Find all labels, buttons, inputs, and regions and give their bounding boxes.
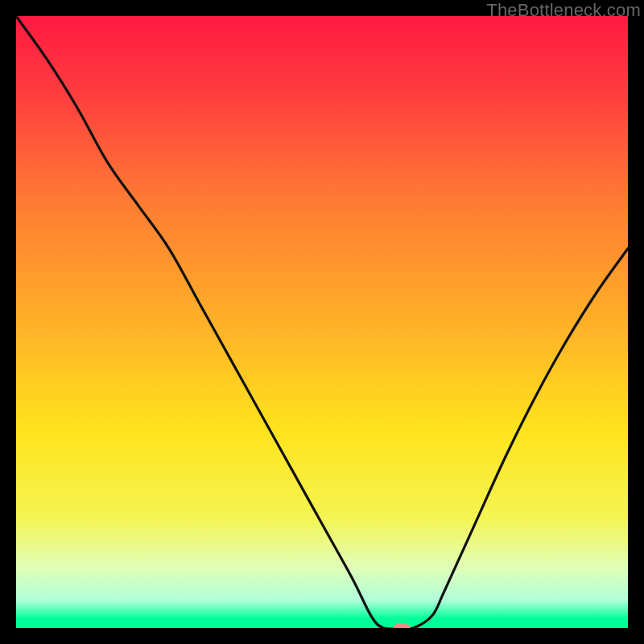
watermark-text: TheBottleneck.com	[486, 0, 641, 21]
plot-area	[16, 16, 628, 628]
svg-rect-0	[16, 16, 628, 628]
optimum-marker	[393, 623, 411, 628]
chart-frame: TheBottleneck.com	[0, 0, 644, 644]
gradient-background	[16, 16, 628, 628]
